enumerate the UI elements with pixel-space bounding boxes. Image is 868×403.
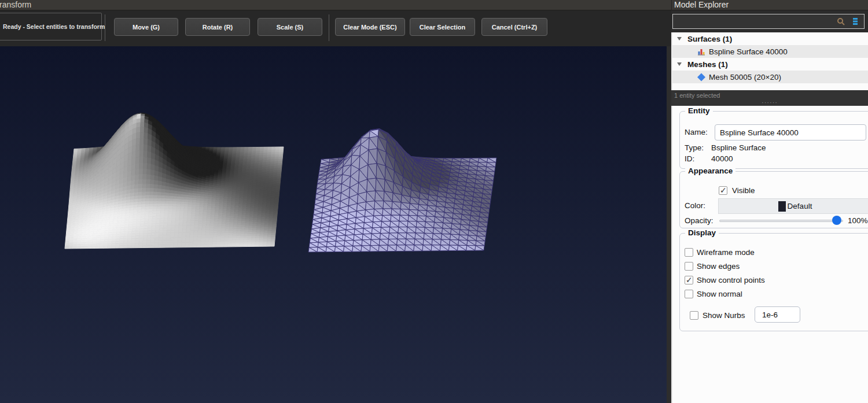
wireframe-label: Wireframe mode	[697, 248, 755, 257]
show-normal-checkbox[interactable]	[685, 290, 693, 298]
id-label: ID:	[685, 154, 694, 163]
panel-divider[interactable]	[667, 46, 671, 403]
slider-knob[interactable]	[832, 216, 841, 225]
3d-canvas[interactable]	[0, 46, 667, 403]
appearance-group: Appearance Visible Color: Default Opacit…	[679, 171, 868, 228]
opacity-slider[interactable]	[719, 216, 843, 225]
window-titlebar: Transform	[0, 0, 671, 10]
color-label: Color:	[685, 201, 705, 210]
status-text: Ready - Select entities to transform	[3, 23, 105, 30]
opacity-label: Opacity:	[685, 216, 713, 225]
color-button[interactable]: Default	[718, 198, 868, 214]
rotate-button[interactable]: Rotate (R)	[185, 18, 250, 36]
show-nurbs-label: Show Nurbs	[703, 311, 745, 320]
selection-status-band: 1 entity selected ······	[671, 90, 868, 106]
name-label: Name:	[685, 128, 708, 136]
tree-group-label: Surfaces (1)	[687, 35, 732, 43]
search-input[interactable]	[672, 14, 865, 29]
search-icon[interactable]	[837, 17, 845, 25]
blue-diamond-icon	[697, 73, 706, 82]
appearance-group-title: Appearance	[685, 167, 735, 175]
show-edges-label: Show edges	[697, 262, 740, 271]
show-control-points-label: Show control points	[697, 276, 765, 284]
model-explorer-panel: Surfaces (1) Bspline Surface 40000 Meshe…	[671, 10, 868, 403]
chevron-down-icon[interactable]	[677, 37, 682, 40]
nurbs-tolerance-input[interactable]	[755, 306, 800, 323]
color-swatch	[778, 201, 786, 212]
cancel-button[interactable]: Cancel (Ctrl+Z)	[481, 18, 547, 36]
display-group-title: Display	[685, 228, 719, 237]
opacity-value: 100%	[848, 216, 868, 225]
selection-status: 1 entity selected	[674, 92, 720, 99]
tree-item-bspline-surface[interactable]: Bspline Surface 40000	[672, 45, 868, 58]
tree-group-label: Meshes (1)	[687, 60, 728, 69]
display-group: Display Wireframe mode Show edges Show c…	[679, 233, 868, 331]
show-normal-label: Show normal	[697, 290, 742, 298]
toolbar-separator	[105, 14, 105, 41]
transform-toolbar: Ready - Select entities to transform Mov…	[0, 10, 671, 46]
status-box: Ready - Select entities to transform	[0, 13, 102, 40]
show-nurbs-checkbox[interactable]	[690, 311, 698, 320]
filter-icon[interactable]	[851, 17, 859, 25]
show-control-points-checkbox[interactable]	[685, 276, 693, 284]
tree-group-meshes[interactable]: Meshes (1)	[672, 58, 868, 71]
app-window: Transform Model Explorer Ready - Select …	[0, 0, 868, 403]
id-value: 40000	[711, 154, 733, 163]
model-explorer-title: Model Explorer	[674, 0, 729, 9]
tree-group-surfaces[interactable]: Surfaces (1)	[672, 32, 868, 45]
tree-item-label: Bspline Surface 40000	[709, 47, 788, 56]
bar-chart-icon	[697, 47, 706, 56]
tree-item-label: Mesh 50005 (20×20)	[709, 73, 781, 82]
entity-name-input[interactable]	[715, 124, 866, 141]
window-title: Transform	[0, 0, 31, 10]
clear-selection-button[interactable]: Clear Selection	[410, 18, 475, 36]
visible-checkbox[interactable]	[719, 186, 727, 195]
slider-groove	[719, 220, 843, 222]
color-value: Default	[788, 202, 812, 210]
wireframe-checkbox[interactable]	[685, 248, 693, 257]
scale-button[interactable]: Scale (S)	[258, 18, 322, 36]
3d-viewport[interactable]	[0, 46, 667, 403]
model-tree: Surfaces (1) Bspline Surface 40000 Meshe…	[671, 32, 868, 90]
move-button[interactable]: Move (G)	[114, 18, 178, 36]
toolbar-separator	[329, 14, 329, 41]
entity-group-title: Entity	[685, 106, 713, 115]
visible-label: Visible	[732, 186, 755, 195]
properties-panel: Entity Name: Type: Bspline Surface ID: 4…	[671, 106, 868, 403]
search-strip	[671, 10, 868, 32]
clear-mode-button[interactable]: Clear Mode (ESC)	[335, 18, 405, 36]
entity-group: Entity Name: Type: Bspline Surface ID: 4…	[679, 111, 868, 169]
tree-item-mesh[interactable]: Mesh 50005 (20×20)	[672, 71, 868, 83]
type-label: Type:	[685, 143, 704, 152]
splitter-handle[interactable]: ······	[671, 100, 868, 105]
model-explorer-header: Model Explorer	[671, 0, 868, 10]
type-value: Bspline Surface	[711, 143, 766, 152]
show-edges-checkbox[interactable]	[685, 262, 693, 271]
chevron-down-icon[interactable]	[677, 62, 682, 66]
